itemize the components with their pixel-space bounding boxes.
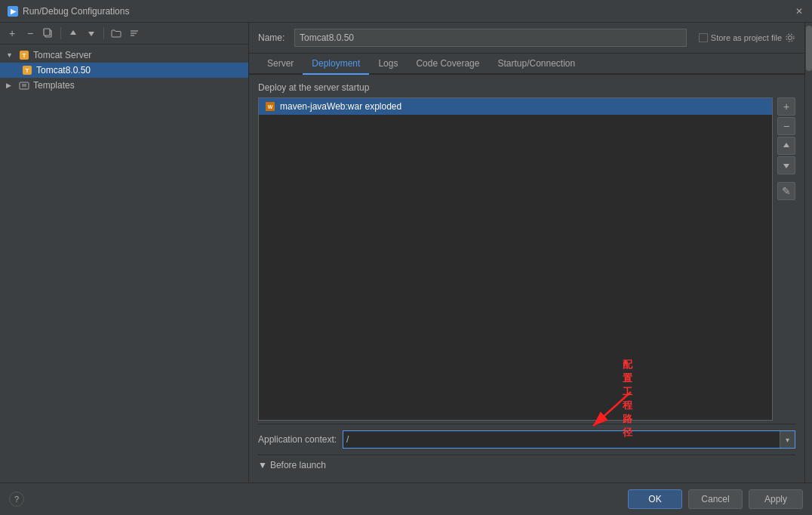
window-title: Run/Debug Configurations [23, 6, 129, 17]
left-toolbar: + − [0, 23, 248, 45]
svg-rect-1 [44, 29, 50, 35]
move-down-button[interactable] [84, 26, 99, 41]
svg-text:W: W [268, 104, 273, 109]
tomcat-item-label: Tomcat8.0.50 [36, 65, 91, 76]
tomcat-server-label: Tomcat Server [33, 50, 91, 60]
svg-marker-3 [88, 32, 94, 36]
footer-left: ? [9, 492, 24, 507]
sort-button[interactable] [127, 26, 142, 41]
tab-logs[interactable]: Logs [369, 54, 407, 75]
add-config-button[interactable]: + [5, 26, 20, 41]
edit-deploy-button[interactable]: ✎ [777, 182, 795, 200]
svg-text:T: T [26, 67, 29, 74]
templates-arrow: ▶ [6, 82, 15, 89]
deploy-list: W maven-javaWeb:war exploded [258, 97, 773, 421]
tomcat-item-icon: T [21, 64, 33, 76]
footer-right: OK Cancel Apply [628, 489, 803, 509]
copy-config-button[interactable] [41, 26, 56, 41]
toolbar-separator-2 [103, 27, 104, 39]
before-launch-label: Before launch [270, 460, 326, 470]
svg-point-15 [786, 34, 794, 42]
store-checkbox[interactable] [699, 33, 708, 42]
tab-server[interactable]: Server [258, 54, 303, 75]
toolbar-separator [60, 27, 61, 39]
title-bar-left: ▶ Run/Debug Configurations [8, 6, 129, 17]
footer: ? OK Cancel Apply [0, 483, 812, 515]
ok-button[interactable]: OK [628, 489, 682, 509]
left-panel: + − [0, 23, 249, 483]
app-icon: ▶ [8, 6, 18, 17]
deploy-up-button[interactable] [777, 137, 795, 155]
add-deploy-button[interactable]: + [777, 97, 795, 116]
war-icon: W [265, 101, 275, 112]
title-bar: ▶ Run/Debug Configurations ✕ [0, 0, 812, 23]
svg-marker-2 [70, 30, 76, 35]
tab-content-deployment: Deploy at the server startup W maven-jav… [249, 75, 804, 483]
scrollbar-thumb [806, 26, 812, 71]
help-button[interactable]: ? [9, 492, 24, 507]
tab-startup-connection[interactable]: Startup/Connection [488, 54, 584, 75]
before-launch-section: ▼ Before launch [258, 455, 795, 475]
right-panel: Name: Store as project file Server Deplo… [249, 23, 804, 483]
apply-button[interactable]: Apply [749, 489, 803, 509]
app-context-input-wrap: ▾ [343, 430, 795, 449]
store-label: Store as project file [711, 33, 782, 42]
tab-code-coverage[interactable]: Code Coverage [407, 54, 488, 75]
templates-group[interactable]: ▶ Templates [0, 78, 248, 93]
templates-label: Templates [33, 80, 75, 91]
app-context-dropdown[interactable]: ▾ [780, 431, 795, 448]
move-up-button[interactable] [66, 26, 81, 41]
deploy-down-button[interactable] [777, 156, 795, 174]
tab-deployment[interactable]: Deployment [303, 54, 369, 75]
cancel-button[interactable]: Cancel [688, 489, 743, 509]
before-launch-header[interactable]: ▼ Before launch [258, 460, 795, 470]
app-context-label: Application context: [258, 434, 337, 445]
tomcat-server-icon: T [18, 49, 30, 61]
app-context-row: Application context: ▾ [258, 424, 795, 455]
deploy-list-area: W maven-javaWeb:war exploded + − [258, 97, 795, 421]
svg-marker-19 [783, 164, 789, 168]
list-side-buttons: + − ✎ [777, 97, 795, 421]
tabs-row: Server Deployment Logs Code Coverage Sta… [249, 54, 804, 75]
svg-point-14 [789, 36, 792, 40]
config-tree: ▼ T Tomcat Server T Tomcat8.0.50 [0, 45, 248, 483]
before-launch-arrow: ▼ [258, 460, 267, 470]
name-input[interactable] [294, 29, 687, 47]
main-content: + − [0, 23, 812, 483]
expand-arrow: ▼ [6, 51, 15, 59]
deploy-item-0[interactable]: W maven-javaWeb:war exploded [259, 98, 772, 115]
tomcat-server-group[interactable]: ▼ T Tomcat Server [0, 48, 248, 63]
deploy-item-label: maven-javaWeb:war exploded [280, 101, 401, 112]
svg-text:T: T [23, 52, 26, 59]
name-label: Name: [258, 32, 288, 43]
templates-icon [18, 79, 30, 91]
tomcat-item[interactable]: T Tomcat8.0.50 [0, 63, 248, 78]
svg-marker-18 [783, 143, 789, 147]
app-context-input[interactable] [343, 434, 780, 445]
scrollbar[interactable] [804, 23, 812, 483]
close-button[interactable]: ✕ [794, 6, 804, 17]
remove-deploy-button[interactable]: − [777, 117, 795, 135]
remove-config-button[interactable]: − [23, 26, 38, 41]
deploy-section-label: Deploy at the server startup [258, 82, 795, 93]
gear-icon[interactable] [785, 32, 795, 43]
name-row: Name: Store as project file [249, 23, 804, 54]
folder-button[interactable] [109, 26, 124, 41]
